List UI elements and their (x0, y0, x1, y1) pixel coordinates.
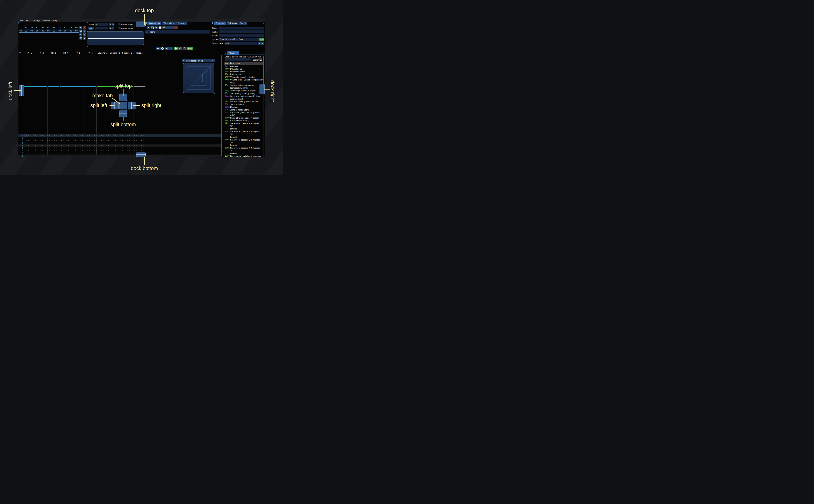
effect-list-row[interactable]: 13xxSet level of operator 2 (0 highest, … (224, 130, 263, 138)
effect-list-row[interactable]: 10xySetup LFO (x: enable; y: speed) (224, 117, 263, 119)
move-order-down[interactable]: ∨ (79, 33, 82, 36)
name-input[interactable] (219, 27, 264, 29)
oscilloscope-xy-window[interactable]: Oscilloscope (X-Y) × (182, 59, 215, 94)
order-cell[interactable]: 00 (35, 30, 39, 32)
order-cell[interactable]: 00 (57, 30, 62, 32)
channel-header-square-1[interactable]: Square 1 (96, 52, 109, 54)
pattern-row[interactable]: 3 (18, 142, 222, 144)
menu-item-settings[interactable]: settings (33, 19, 40, 22)
tab-speed[interactable]: Speed (238, 22, 247, 25)
tuning-input[interactable]: 440 (224, 42, 257, 45)
order-cell[interactable]: 00 (52, 30, 56, 32)
pattern-row[interactable]: 5 (18, 147, 222, 150)
auto-system-button[interactable]: Auto (259, 38, 264, 41)
order-cell[interactable]: 00 (46, 30, 51, 32)
order-cell[interactable]: 00 (69, 30, 73, 32)
pattern-row[interactable]: 7 (18, 152, 222, 155)
effect-list-row[interactable]: 0FxxSet speed (speed 2 if no grooves exi… (224, 111, 263, 117)
split-top-handle[interactable] (119, 94, 127, 101)
effect-list-scrollbar[interactable] (263, 55, 264, 157)
collapse-icon[interactable] (183, 60, 184, 61)
order-cell[interactable]: 00 (41, 30, 45, 32)
add-order[interactable]: + (79, 26, 82, 29)
effect-list-row[interactable]: 08xySet panning (x: left; y: right) (224, 92, 263, 95)
pattern-scrollbar[interactable] (221, 55, 222, 156)
step-minus-button[interactable]: - (109, 27, 111, 29)
channel-header-square-2[interactable]: Square 2 (109, 52, 121, 54)
order-cell[interactable]: 00 (24, 30, 28, 32)
effect-list-row[interactable]: 07xyTremolo (x: speed; y: depth) (224, 89, 263, 92)
tuning-minus-button[interactable]: - (258, 42, 261, 45)
pattern-row[interactable]: 8 (18, 155, 222, 157)
menu-item-file[interactable]: file (20, 19, 23, 22)
dock-bottom-handle[interactable] (136, 152, 146, 157)
menu-item-window[interactable]: window (43, 19, 50, 22)
octave-input[interactable]: 3 (95, 23, 108, 26)
duplicate-order-to-end[interactable]: ≫ (83, 33, 86, 36)
effect-list-row[interactable]: 12xxSet level of operator 1 (0 highest, … (224, 122, 263, 130)
effect-search-input[interactable] (225, 58, 252, 61)
effect-list-row[interactable]: 01xxPitch slide up (224, 68, 263, 70)
collapse-icon[interactable]: ▼ (211, 22, 214, 25)
effect-list-row[interactable]: 04xyVibrato (x: speed; y: depth) (224, 76, 263, 78)
channel-header-square-3[interactable]: Square 3 (121, 52, 133, 54)
order-cell[interactable]: 00 (29, 30, 34, 32)
collapse-icon[interactable]: ▼ (224, 52, 226, 54)
resize-grip[interactable] (213, 92, 215, 94)
effect-list-row[interactable]: 0DxxJump to next pattern (224, 109, 263, 111)
effect-list-row[interactable]: 03xxPortamento (224, 73, 263, 76)
follow-pattern-checkbox[interactable]: ✓ (118, 27, 121, 29)
channel-header-fm-1[interactable]: FM 1 (24, 52, 35, 54)
channel-header-fm-6[interactable]: FM 6 (84, 52, 97, 54)
tuning-plus-button[interactable]: + (261, 42, 264, 45)
effect-list-row[interactable]: 02xxPitch slide down (224, 70, 263, 73)
instrument-list-item[interactable]: - None - (145, 30, 209, 34)
make-tab-handle[interactable] (119, 102, 127, 109)
channel-header-fm-2[interactable]: FM 2 (35, 52, 48, 54)
effect-list-row[interactable]: 06xyVolume slide + portamento(compatibil… (224, 84, 263, 90)
split-left-handle[interactable] (111, 102, 118, 109)
duplicate-instrument[interactable] (151, 26, 154, 29)
move-order-up[interactable]: ∧ (83, 29, 86, 33)
add-instrument[interactable]: + (146, 26, 150, 29)
pattern-row[interactable]: 4 (18, 144, 222, 147)
effect-list-row[interactable]: 14xxSet level of operator 3 (0 highest, … (224, 139, 263, 147)
effect-list-row[interactable]: 0BxxJump to pattern (224, 103, 263, 106)
menu-item-help[interactable]: help (53, 19, 57, 22)
order-cell[interactable]: 00 (63, 30, 67, 32)
split-right-handle[interactable] (128, 102, 135, 109)
duplicate-order[interactable] (79, 29, 82, 33)
step-plus-button[interactable]: + (112, 27, 114, 29)
close-icon[interactable]: × (262, 52, 263, 54)
tab-effect-list[interactable]: Effect List (227, 51, 239, 55)
effect-list-row[interactable]: 00xyArpeggio (224, 65, 263, 68)
pattern-row[interactable]: 6 (18, 149, 222, 152)
delete-instrument[interactable]: × (174, 26, 178, 29)
channel-header-fm-3[interactable]: FM 3 (47, 52, 60, 54)
effect-list-row[interactable]: 11xxSet feedback (0 to 7) (224, 119, 263, 122)
tab-subsongs[interactable]: Subsongs (226, 22, 238, 25)
pattern-row[interactable]: 2 (18, 139, 222, 142)
octave-minus-button[interactable]: - (109, 23, 111, 26)
oscilloscope-xy-titlebar[interactable]: Oscilloscope (X-Y) × (182, 59, 215, 62)
tab-song-info[interactable]: Song Info (214, 22, 226, 25)
channel-header-noise[interactable]: Noise (133, 52, 146, 54)
effect-list-row[interactable]: 05xyVolume slide + vibrato (compatibilit… (224, 78, 263, 84)
effect-list-row[interactable]: 09xxSet groove pattern (speed 1 if nogro… (224, 95, 263, 100)
channel-header-fm-4[interactable]: FM 4 (60, 52, 72, 54)
effect-list-row[interactable]: 0AxyVolume slide (0y: down; x0: up) (224, 100, 263, 103)
order-select-mode[interactable] (83, 36, 86, 40)
close-icon[interactable]: × (212, 60, 213, 62)
effect-list-row[interactable]: 0CxxRetrigger (224, 106, 263, 109)
album-input[interactable] (219, 34, 264, 37)
instrument-folders[interactable] (162, 26, 166, 29)
tab-instruments[interactable]: Instruments (147, 22, 161, 25)
close-icon[interactable]: × (262, 22, 264, 25)
open-instrument[interactable] (154, 26, 158, 29)
dock-right-handle[interactable] (259, 84, 265, 94)
menu-item-edit[interactable]: edit (26, 19, 30, 22)
effect-list-row[interactable]: 15xxSet level of operator 4 (0 highest, … (224, 147, 263, 155)
author-input[interactable] (219, 30, 264, 33)
tab-samples[interactable]: Samples (176, 22, 187, 25)
move-instrument-up[interactable]: ↑ (166, 26, 170, 29)
